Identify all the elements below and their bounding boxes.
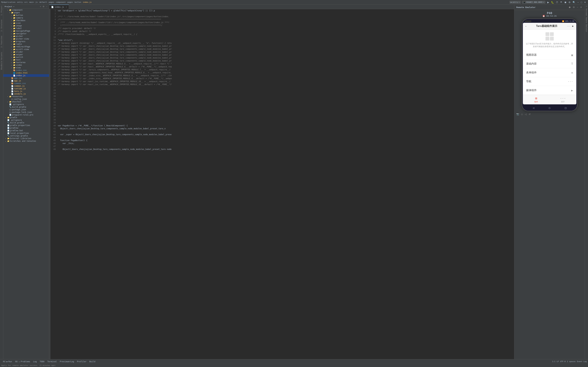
tree-item-External Libraries[interactable]: ▸📁External Libraries [3, 137, 49, 140]
tree-item-settings.gradle[interactable]: 🔧settings.gradle [3, 134, 49, 137]
favorites-icon[interactable]: 2: Favorites [0, 35, 3, 48]
phone-menu-item[interactable]: 基础内容T [523, 59, 576, 68]
phone-back-button[interactable]: ◁ [533, 106, 534, 109]
phone-menu-item[interactable]: 视图容器▣ [523, 51, 576, 59]
phone-nav-item-组件[interactable]: ⊞组件 [523, 95, 550, 104]
close-window-button[interactable]: ✕ [583, 1, 587, 4]
minimize-button[interactable]: − [577, 1, 579, 4]
tree-item-switch[interactable]: ▸📁switch [3, 56, 49, 58]
tree-item-pages[interactable]: ▾📁pages [3, 11, 49, 14]
tree-item-redirectPage[interactable]: ▸📁redirectPage [3, 45, 49, 48]
tree-item-.gitignore2[interactable]: 📃.gitignore [3, 119, 49, 121]
phone-menu-item[interactable]: 导航··· [523, 77, 576, 86]
bottom-tab-log[interactable]: Log [32, 360, 38, 363]
tree-item-view[interactable]: ▸📁view [3, 66, 49, 69]
tree-item-text[interactable]: ▸📁text [3, 58, 49, 61]
bottom-tab-run[interactable]: 4:▶ Run [1, 360, 13, 363]
tree-item-.gitignore[interactable]: 📃.gitignore [3, 103, 49, 106]
tree-item-gradlew.bat[interactable]: 📃gradlew.bat [3, 129, 49, 132]
tree-item-gradlew[interactable]: 📃gradlew [3, 127, 49, 129]
remote-emulator-icon[interactable]: Remote Emulator [585, 17, 588, 33]
tree-scroll-button[interactable]: ⌖ [39, 5, 42, 8]
bottom-tab-problems[interactable]: 6:⚠ Problems [14, 360, 32, 363]
remote-minimize-button[interactable]: − [576, 6, 579, 9]
entry-dropdown[interactable]: ▶ entry ▾ [510, 1, 521, 4]
tree-item-navigator[interactable]: ▸📁navigator [3, 32, 49, 35]
tree-item-app.js[interactable]: 📄app.js [3, 79, 49, 82]
tree-item-navigatePage[interactable]: ▸📁navigatePage [3, 30, 49, 32]
emulator-location-button[interactable]: ◇ [520, 113, 524, 116]
tree-item-resources[interactable]: ▾📁resources [3, 95, 49, 98]
event-log-button[interactable]: Event Log [577, 360, 587, 363]
tree-item-picker-view[interactable]: ▸📁picker-view [3, 38, 49, 40]
status-line-ending[interactable]: LF [557, 360, 559, 363]
settings-button[interactable]: ⚙ [568, 1, 571, 4]
build-variants-icon[interactable]: OhosBuild Variants [0, 52, 3, 70]
remote-close-button[interactable]: ✕ [579, 6, 583, 9]
status-position[interactable]: 1:1 [552, 360, 555, 363]
tree-close-button[interactable]: − [46, 5, 48, 8]
phone-menu-item[interactable]: 媒体组件▶ [523, 86, 576, 95]
phone-recent-button[interactable]: □ [565, 106, 567, 109]
tree-item-config.json[interactable]: {}config.json [3, 98, 49, 100]
remote-settings-button[interactable]: ⚙ [572, 6, 576, 9]
tree-item-swiper[interactable]: ▸📁swiper [3, 53, 49, 56]
structure-icon[interactable]: 2: Structure [0, 19, 3, 32]
bottom-tab-profiler[interactable]: Profiler [76, 360, 88, 363]
bc-component[interactable]: component [56, 1, 66, 3]
phone-nav-item-关于[interactable]: ···关于 [550, 95, 576, 104]
emulator-refresh-button[interactable]: ↺ [528, 113, 531, 116]
bc-default[interactable]: default [39, 1, 47, 3]
tree-item-app.css[interactable]: 🎨app.css [3, 77, 49, 79]
maximize-button[interactable]: □ [580, 1, 583, 4]
emulator-back-button[interactable]: ◁ [524, 113, 527, 116]
bottom-tab-todo[interactable]: TODO [38, 360, 46, 363]
tree-item-gradle[interactable]: ▸📁gradle [3, 116, 49, 119]
tree-item-taro.js[interactable]: 📄taro.js [3, 90, 49, 92]
tree-item-common.css[interactable]: 🎨common.css [3, 82, 49, 85]
profile-button[interactable]: ⏱ [555, 1, 559, 4]
bottom-tab-build[interactable]: Build [88, 360, 97, 363]
tree-item-video[interactable]: ▸📁video [3, 64, 49, 66]
tree-item-radio[interactable]: ▸📁radio [3, 43, 49, 45]
tree-item-image[interactable]: ▸📁image [3, 25, 49, 27]
tree-item-ohosTest[interactable]: ▸📁ohosTest [3, 100, 49, 103]
tree-item-progress[interactable]: ▸📁progress [3, 40, 49, 43]
tree-item-package-lock.json[interactable]: {}package-lock.json [3, 111, 49, 114]
bc-src[interactable]: src [24, 1, 27, 3]
emulator-screenshot-button[interactable]: 📷 [516, 113, 520, 116]
tree-item-textarea[interactable]: ▸📁textarea [3, 61, 49, 64]
reviewer-icon[interactable]: 3: Reviewer [585, 5, 588, 17]
status-indent[interactable]: 2 spaces [567, 360, 576, 363]
tree-item-picker[interactable]: ▸📁picker [3, 35, 49, 38]
bottom-tab-terminal[interactable]: Terminal [46, 360, 58, 363]
coverage-button[interactable]: ☂ [560, 1, 563, 4]
editor-tab-indexjs[interactable]: 📄 index.js ✕ [49, 5, 69, 9]
tree-item-build.gradle2[interactable]: 🔧build.gradle [3, 121, 49, 124]
phone-home-button[interactable]: ○ [549, 106, 550, 109]
bc-button[interactable]: button [75, 1, 81, 3]
tree-item-gradle.properties[interactable]: 📃gradle.properties [3, 124, 49, 127]
status-encoding[interactable]: UTF-8 [560, 360, 565, 363]
editor-content[interactable]: 1var taroExport = (globalThis["webpackJs… [51, 9, 514, 359]
tree-item-package.json[interactable]: {}package.json [3, 108, 49, 111]
bc-main[interactable]: main [29, 1, 34, 3]
search-button[interactable]: 🔍 [572, 1, 576, 4]
tree-item-component[interactable]: ▾📁component [3, 9, 49, 11]
debug-button[interactable]: 🐛 [550, 1, 554, 4]
run-button[interactable]: ▶ [547, 1, 550, 4]
phone-menu-item[interactable]: 表单组件≡ [523, 68, 576, 77]
tree-item-build.gradle[interactable]: 🔧build.gradle [3, 106, 49, 108]
tab-close-button[interactable]: ✕ [66, 6, 67, 8]
tree-item-button[interactable]: ▾📁button [3, 14, 49, 17]
tree-item-proguard-rules.pro[interactable]: 📃proguard-rules.pro [3, 114, 49, 116]
device-dropdown[interactable]: 📱 HUAWEI ANA-AN00 ▾ [522, 1, 545, 4]
tree-item-checkbox[interactable]: ▸📁checkbox [3, 19, 49, 22]
bc-entry[interactable]: entry [17, 1, 23, 3]
bc-myapp[interactable]: MyApplication [1, 1, 15, 3]
stop-button[interactable]: ⏹ [563, 1, 567, 4]
tree-item-index.js[interactable]: 📄index.js [3, 74, 49, 77]
tree-item-common.js[interactable]: 📄common.js [3, 85, 49, 87]
tree-gear-button[interactable]: ⚙ [42, 5, 45, 8]
tree-item-label[interactable]: ▸📁label [3, 27, 49, 30]
